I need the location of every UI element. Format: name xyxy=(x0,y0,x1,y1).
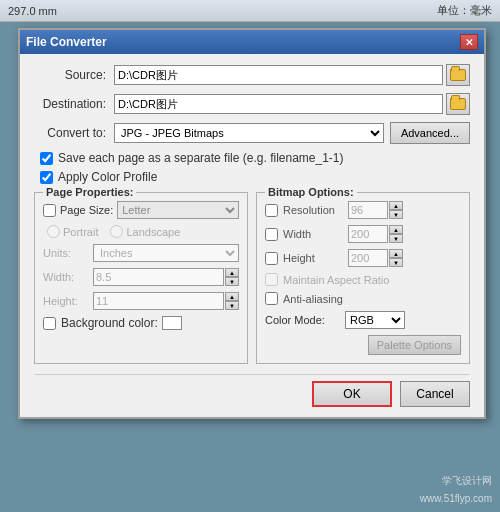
units-select: Inches xyxy=(93,244,239,262)
apply-color-checkbox[interactable] xyxy=(40,171,53,184)
color-mode-label: Color Mode: xyxy=(265,314,345,326)
units-label: Units: xyxy=(43,247,93,259)
bg-color-checkbox[interactable] xyxy=(43,317,56,330)
unit-text: 单位：毫米 xyxy=(437,3,492,18)
save-each-row: Save each page as a separate file (e.g. … xyxy=(40,151,470,165)
source-browse-button[interactable] xyxy=(446,64,470,86)
destination-input[interactable] xyxy=(114,94,443,114)
dialog-body: Source: Destination: Convert to: JPG - J… xyxy=(20,54,484,417)
antialiasing-label: Anti-aliasing xyxy=(283,293,343,305)
bmp-height-checkbox[interactable] xyxy=(265,252,278,265)
apply-color-row: Apply Color Profile xyxy=(40,170,470,184)
ok-button[interactable]: OK xyxy=(312,381,392,407)
source-label: Source: xyxy=(34,68,114,82)
page-size-checkbox[interactable] xyxy=(43,204,56,217)
color-mode-select[interactable]: RGB xyxy=(345,311,405,329)
width-spinner: ▲ ▼ xyxy=(225,268,239,286)
bmp-width-checkbox[interactable] xyxy=(265,228,278,241)
page-properties-panel: Page Properties: Page Size: Letter Portr… xyxy=(34,192,248,364)
advanced-button[interactable]: Advanced... xyxy=(390,122,470,144)
bmp-width-input xyxy=(348,225,388,243)
bmp-height-up-button: ▲ xyxy=(389,249,403,258)
resolution-up-button: ▲ xyxy=(389,201,403,210)
dialog-title: File Converter xyxy=(26,35,107,49)
source-input[interactable] xyxy=(114,65,443,85)
bmp-width-label: Width xyxy=(283,228,348,240)
portrait-radio xyxy=(47,225,60,238)
cancel-button[interactable]: Cancel xyxy=(400,381,470,407)
save-each-checkbox[interactable] xyxy=(40,152,53,165)
width-input xyxy=(93,268,224,286)
bmp-height-input xyxy=(348,249,388,267)
landscape-radio xyxy=(110,225,123,238)
bg-color-label: Background color: xyxy=(61,316,158,330)
page-size-row: Page Size: Letter xyxy=(43,201,239,219)
resolution-down-button: ▼ xyxy=(389,210,403,219)
convert-label: Convert to: xyxy=(34,126,114,140)
palette-options-button: Palette Options xyxy=(368,335,461,355)
watermark-name: 学飞设计网 xyxy=(442,474,492,488)
folder-icon xyxy=(450,69,466,81)
page-size-label: Page Size: xyxy=(60,204,113,216)
source-row: Source: xyxy=(34,64,470,86)
bmp-width-spinner: ▲ ▼ xyxy=(389,225,403,243)
page-properties-legend: Page Properties: xyxy=(43,186,136,198)
close-button[interactable]: ✕ xyxy=(460,34,478,50)
maintain-aspect-checkbox xyxy=(265,273,278,286)
height-input xyxy=(93,292,224,310)
bg-color-swatch[interactable] xyxy=(162,316,182,330)
bmp-height-row: Height ▲ ▼ xyxy=(265,249,461,267)
watermark-url: www.51flyp.com xyxy=(420,493,492,504)
width-label: Width: xyxy=(43,271,93,283)
height-row: Height: ▲ ▼ xyxy=(43,292,239,310)
portrait-radio-label: Portrait xyxy=(47,225,98,238)
save-each-label: Save each page as a separate file (e.g. … xyxy=(58,151,344,165)
bitmap-options-legend: Bitmap Options: xyxy=(265,186,357,198)
bmp-width-up-button: ▲ xyxy=(389,225,403,234)
destination-label: Destination: xyxy=(34,97,114,111)
width-up-button: ▲ xyxy=(225,268,239,277)
convert-select-wrapper: JPG - JPEG Bitmaps xyxy=(114,123,384,143)
resolution-spinner: ▲ ▼ xyxy=(389,201,403,219)
antialiasing-checkbox[interactable] xyxy=(265,292,278,305)
panels-row: Page Properties: Page Size: Letter Portr… xyxy=(34,192,470,364)
maintain-aspect-row: Maintain Aspect Ratio xyxy=(265,273,461,286)
resolution-row: Resolution ▲ ▼ xyxy=(265,201,461,219)
units-row: Units: Inches xyxy=(43,244,239,262)
bmp-height-down-button: ▼ xyxy=(389,258,403,267)
bg-color-row: Background color: xyxy=(43,316,239,330)
destination-browse-button[interactable] xyxy=(446,93,470,115)
width-row: Width: ▲ ▼ xyxy=(43,268,239,286)
resolution-label: Resolution xyxy=(283,204,348,216)
resolution-input xyxy=(348,201,388,219)
bmp-width-row: Width ▲ ▼ xyxy=(265,225,461,243)
convert-row: Convert to: JPG - JPEG Bitmaps Advanced.… xyxy=(34,122,470,144)
height-spinner: ▲ ▼ xyxy=(225,292,239,310)
antialiasing-row: Anti-aliasing xyxy=(265,292,461,305)
file-converter-dialog: File Converter ✕ Source: Destination: Co… xyxy=(18,28,486,419)
apply-color-label: Apply Color Profile xyxy=(58,170,157,184)
bmp-height-spinner: ▲ ▼ xyxy=(389,249,403,267)
height-down-button: ▼ xyxy=(225,301,239,310)
destination-row: Destination: xyxy=(34,93,470,115)
folder-icon-dest xyxy=(450,98,466,110)
resolution-checkbox[interactable] xyxy=(265,204,278,217)
dialog-titlebar: File Converter ✕ xyxy=(20,30,484,54)
page-size-select: Letter xyxy=(117,201,239,219)
ruler-bar: 297.0 mm 单位：毫米 xyxy=(0,0,500,22)
convert-select[interactable]: JPG - JPEG Bitmaps xyxy=(114,123,384,143)
bmp-width-down-button: ▼ xyxy=(389,234,403,243)
measure-text: 297.0 mm xyxy=(8,5,57,17)
orientation-row: Portrait Landscape xyxy=(47,225,239,238)
bmp-height-label: Height xyxy=(283,252,348,264)
height-up-button: ▲ xyxy=(225,292,239,301)
color-mode-row: Color Mode: RGB xyxy=(265,311,461,329)
height-label: Height: xyxy=(43,295,93,307)
width-down-button: ▼ xyxy=(225,277,239,286)
bitmap-options-panel: Bitmap Options: Resolution ▲ ▼ Width xyxy=(256,192,470,364)
landscape-radio-label: Landscape xyxy=(110,225,180,238)
bottom-buttons-row: OK Cancel xyxy=(34,374,470,407)
maintain-aspect-label: Maintain Aspect Ratio xyxy=(283,274,389,286)
